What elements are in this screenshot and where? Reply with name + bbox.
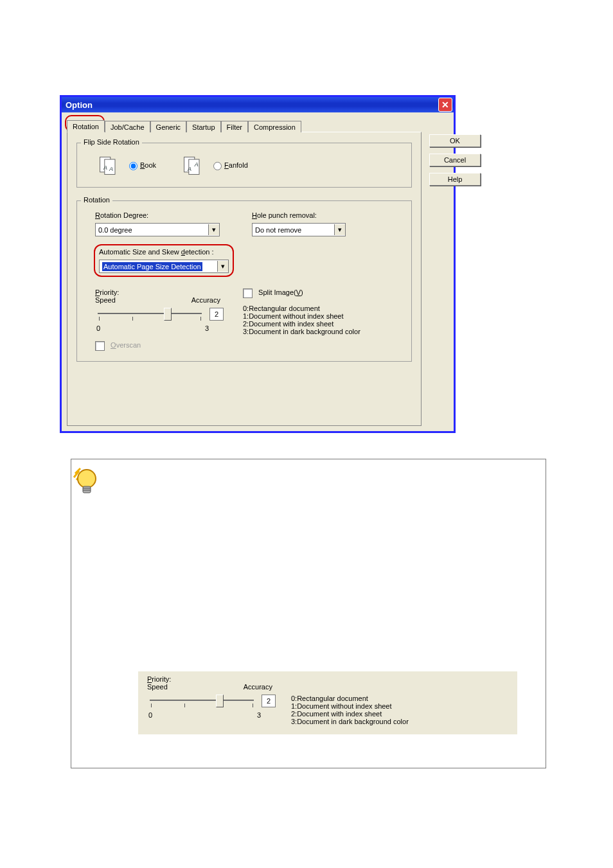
hint-legend-2: 2:Document with index sheet bbox=[291, 710, 409, 718]
hint-priority-slider[interactable] bbox=[147, 692, 256, 711]
slider-min: 0 bbox=[96, 324, 100, 332]
radio-fanfold-row: A A Fanfold bbox=[182, 154, 248, 177]
tab-generic[interactable]: Generic bbox=[150, 121, 187, 132]
svg-text:A: A bbox=[103, 164, 107, 171]
rotation-degree-combo[interactable]: 0.0 degree ▾ bbox=[95, 223, 220, 236]
svg-text:A: A bbox=[187, 166, 191, 172]
help-button[interactable]: Help bbox=[429, 173, 481, 186]
window-title: Option bbox=[66, 100, 93, 110]
option-dialog: Option ✕ Rotation Job/Cache Generic Star… bbox=[60, 95, 456, 433]
svg-rect-9 bbox=[83, 486, 91, 493]
radio-fanfold[interactable] bbox=[213, 162, 222, 170]
hint-priority-label: Priority: bbox=[147, 675, 282, 683]
radio-book-label: Book bbox=[140, 161, 156, 169]
priority-legend-3: 3:Document in dark background color bbox=[243, 328, 404, 335]
priority-legend-0: 0:Rectangular document bbox=[243, 305, 404, 312]
speed-label: Speed bbox=[95, 296, 116, 304]
hint-priority-value: 2 bbox=[262, 695, 276, 707]
priority-value: 2 bbox=[209, 308, 224, 321]
hint-box: Priority: Speed Accuracy 2 bbox=[71, 459, 546, 768]
priority-label: Priority: bbox=[95, 288, 236, 296]
hint-slider-min: 0 bbox=[148, 711, 152, 719]
priority-slider[interactable] bbox=[95, 305, 204, 324]
group-flip-side-rotation: Flip Side Rotation A A bbox=[76, 143, 412, 188]
hint-priority-legend: 0:Rectangular document 1:Document withou… bbox=[291, 695, 409, 725]
hint-speed-label: Speed bbox=[147, 683, 168, 691]
overscan-checkbox bbox=[95, 341, 105, 351]
cancel-button[interactable]: Cancel bbox=[429, 154, 481, 166]
priority-legend-2: 2:Document with index sheet bbox=[243, 320, 404, 328]
group-legend-rotation: Rotation bbox=[81, 196, 112, 204]
split-image-checkbox[interactable] bbox=[243, 288, 253, 298]
close-button[interactable]: ✕ bbox=[438, 98, 452, 112]
radio-fanfold-label: Fanfold bbox=[224, 161, 248, 169]
hint-legend-0: 0:Rectangular document bbox=[291, 695, 409, 702]
hint-slider-max: 3 bbox=[257, 711, 261, 719]
overscan-row: Overscan bbox=[95, 341, 236, 351]
hint-accuracy-label: Accuracy bbox=[244, 683, 272, 691]
accuracy-label: Accuracy bbox=[191, 296, 220, 304]
tab-compression[interactable]: Compression bbox=[248, 121, 301, 132]
tab-pane-rotation: Flip Side Rotation A A bbox=[67, 132, 422, 426]
split-and-legend: Split Image(V) 0:Rectangular document 1:… bbox=[243, 288, 404, 351]
book-icon: A A bbox=[98, 154, 121, 177]
overscan-label: Overscan bbox=[111, 341, 141, 349]
tab-startup[interactable]: Startup bbox=[186, 121, 220, 132]
priority-block: Priority: Speed Accuracy bbox=[95, 288, 236, 351]
lightbulb-icon bbox=[70, 462, 100, 494]
tab-jobcache[interactable]: Job/Cache bbox=[105, 121, 150, 132]
svg-text:A: A bbox=[194, 161, 199, 168]
chevron-down-icon: ▾ bbox=[208, 224, 219, 235]
hint-priority-panel: Priority: Speed Accuracy 2 bbox=[138, 671, 517, 734]
tab-filter[interactable]: Filter bbox=[221, 121, 248, 132]
title-bar[interactable]: Option ✕ bbox=[62, 97, 454, 112]
rotation-degree-label: Rotation Degree: bbox=[95, 211, 236, 219]
chevron-down-icon: ▾ bbox=[334, 224, 345, 235]
tabs-column: Rotation Job/Cache Generic Startup Filte… bbox=[67, 118, 422, 426]
auto-detect-combo[interactable]: Automatic Page Size Detection ▾ bbox=[99, 260, 229, 273]
hint-legend-1: 1:Document without index sheet bbox=[291, 702, 409, 710]
hint-priority-left: Priority: Speed Accuracy 2 bbox=[147, 675, 282, 719]
priority-legend-1: 1:Document without index sheet bbox=[243, 312, 404, 320]
fanfold-icon: A A bbox=[182, 154, 205, 177]
hole-punch-combo[interactable]: Do not remove ▾ bbox=[252, 223, 346, 236]
group-rotation: Rotation Rotation Degree: Hole punch rem… bbox=[76, 200, 412, 362]
close-icon: ✕ bbox=[441, 100, 449, 109]
radio-book-row: A A Book bbox=[98, 154, 156, 177]
auto-detect-value: Automatic Page Size Detection bbox=[102, 262, 202, 271]
chevron-down-icon: ▾ bbox=[217, 261, 228, 272]
auto-detect-label: Automatic Size and Skew detection : bbox=[99, 248, 229, 256]
tab-strip: Rotation Job/Cache Generic Startup Filte… bbox=[67, 118, 422, 132]
svg-point-8 bbox=[78, 470, 96, 488]
dialog-buttons: OK Cancel Help bbox=[429, 118, 481, 426]
svg-text:A: A bbox=[109, 166, 113, 172]
tab-rotation[interactable]: Rotation bbox=[67, 120, 105, 132]
hint-legend-3: 3:Document in dark background color bbox=[291, 718, 409, 725]
group-legend: Flip Side Rotation bbox=[81, 138, 142, 146]
rotation-degree-value: 0.0 degree bbox=[98, 226, 132, 234]
split-image-label: Split Image(V) bbox=[258, 288, 303, 296]
hole-punch-label: Hole punch removal: bbox=[252, 211, 387, 219]
hole-punch-value: Do not remove bbox=[255, 226, 301, 234]
ok-button[interactable]: OK bbox=[429, 134, 481, 147]
slider-max: 3 bbox=[205, 324, 209, 332]
dialog-body: Rotation Job/Cache Generic Startup Filte… bbox=[62, 112, 454, 431]
radio-book[interactable] bbox=[129, 162, 138, 170]
auto-detect-highlight: Automatic Size and Skew detection : Auto… bbox=[94, 244, 234, 277]
